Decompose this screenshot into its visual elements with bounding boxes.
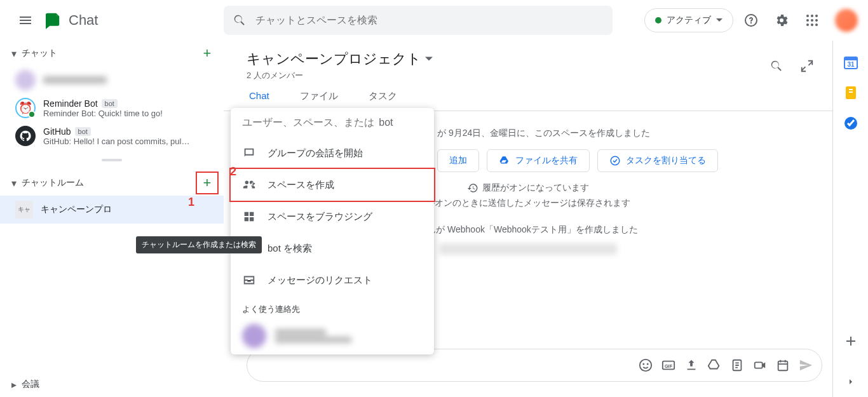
svg-point-2 bbox=[815, 15, 818, 17]
task-icon bbox=[609, 155, 621, 166]
caret-right-icon: ▸ bbox=[11, 379, 17, 391]
calendar-app-icon[interactable]: 31 bbox=[843, 55, 858, 70]
chat-item-reminder[interactable]: ⏰ Reminder Botbot Reminder Bot: Quick! t… bbox=[0, 94, 224, 122]
add-app-icon[interactable] bbox=[843, 333, 858, 349]
gif-icon[interactable]: GIF bbox=[661, 358, 675, 372]
svg-point-0 bbox=[806, 15, 809, 17]
user-avatar[interactable] bbox=[835, 9, 858, 32]
svg-point-4 bbox=[811, 19, 813, 22]
collapse-button[interactable] bbox=[794, 53, 820, 79]
new-room-tooltip: チャットルームを作成または検索 bbox=[136, 236, 262, 253]
contact-avatar bbox=[15, 70, 36, 90]
message-icon bbox=[242, 146, 256, 160]
svg-point-5 bbox=[815, 19, 818, 22]
search-conversation-button[interactable] bbox=[764, 53, 789, 79]
caret-down-icon bbox=[716, 17, 722, 24]
history-on-label: 履歴がオンになっています bbox=[482, 182, 589, 194]
chat-section-header[interactable]: ▾ チャット + bbox=[0, 41, 224, 66]
popup-search-input[interactable] bbox=[242, 117, 374, 128]
app-name: Chat bbox=[69, 12, 98, 29]
room-section-label: チャットルーム bbox=[22, 177, 196, 189]
help-button[interactable] bbox=[738, 8, 764, 33]
svg-point-10 bbox=[640, 360, 651, 371]
svg-point-3 bbox=[806, 19, 809, 22]
keep-app-icon[interactable] bbox=[843, 85, 858, 100]
popup-start-group[interactable]: グループの会話を開始 bbox=[231, 137, 434, 169]
chat-name: GitHub bbox=[43, 126, 71, 137]
emoji-icon[interactable] bbox=[639, 358, 653, 372]
chat-item-github[interactable]: GitHubbot GitHub: Hello! I can post comm… bbox=[0, 122, 224, 150]
menu-button[interactable] bbox=[10, 5, 41, 36]
blurred-content bbox=[439, 243, 617, 255]
popup-message-requests[interactable]: メッセージのリクエスト bbox=[231, 264, 434, 296]
conversation-title[interactable]: キャンペーンプロジェクト bbox=[247, 50, 421, 69]
github-bot-icon bbox=[15, 126, 36, 146]
reminder-bot-icon: ⏰ bbox=[15, 98, 36, 118]
doc-icon[interactable] bbox=[730, 358, 744, 372]
share-file-button[interactable]: ファイルを共有 bbox=[487, 149, 590, 172]
chevron-right-icon[interactable] bbox=[846, 377, 856, 387]
history-icon bbox=[467, 182, 478, 194]
drive-icon bbox=[499, 155, 510, 166]
search-box[interactable] bbox=[224, 6, 613, 35]
inbox-icon bbox=[242, 273, 256, 287]
svg-point-12 bbox=[647, 363, 649, 365]
svg-text:31: 31 bbox=[847, 61, 855, 68]
popup-browse-spaces[interactable]: スペースをブラウジング bbox=[231, 201, 434, 232]
svg-point-7 bbox=[811, 24, 813, 26]
caret-down-icon[interactable] bbox=[425, 55, 433, 63]
created-line: が 9月24日、金曜日に、このスペースを作成しました bbox=[437, 128, 650, 139]
search-input[interactable] bbox=[255, 15, 604, 26]
svg-rect-17 bbox=[778, 361, 788, 371]
space-name: キャンペーンプロ bbox=[41, 204, 112, 215]
svg-rect-19 bbox=[844, 57, 857, 60]
chat-section-label: チャット bbox=[22, 48, 196, 59]
space-avatar: キャ bbox=[15, 201, 33, 219]
freq-contact-item[interactable] bbox=[231, 318, 434, 354]
annotation-1: 1 bbox=[188, 196, 194, 209]
room-section-header[interactable]: ▾ チャットルーム + bbox=[0, 170, 224, 196]
grid-icon bbox=[242, 210, 256, 224]
svg-point-11 bbox=[642, 363, 644, 365]
chat-logo-icon bbox=[41, 9, 64, 32]
svg-point-1 bbox=[811, 15, 813, 17]
chat-preview: GitHub: Hello! I can post commits, pul… bbox=[43, 137, 214, 146]
bot-badge: bot bbox=[102, 99, 118, 108]
svg-point-9 bbox=[611, 156, 620, 165]
new-chat-button[interactable]: + bbox=[196, 42, 219, 65]
status-dot-icon bbox=[655, 17, 661, 24]
video-icon[interactable] bbox=[753, 358, 767, 372]
new-room-button[interactable]: + bbox=[196, 172, 219, 194]
freq-contacts-label: よく使う連絡先 bbox=[231, 296, 434, 318]
caret-down-icon: ▾ bbox=[11, 48, 17, 60]
assign-task-button[interactable]: タスクを割り当てる bbox=[597, 149, 718, 172]
svg-text:GIF: GIF bbox=[665, 363, 673, 369]
message-input[interactable] bbox=[256, 360, 639, 371]
member-count: 2 人のメンバー bbox=[247, 70, 817, 81]
chat-name: Reminder Bot bbox=[43, 98, 98, 109]
resize-handle[interactable] bbox=[0, 155, 224, 165]
meet-section-header[interactable]: ▸ 会議 bbox=[0, 372, 224, 397]
popup-create-space[interactable]: スペースを作成 bbox=[229, 168, 435, 202]
tasks-app-icon[interactable] bbox=[843, 116, 858, 131]
popup-search-row[interactable]: bot bbox=[231, 108, 434, 137]
add-member-button[interactable]: 追加 bbox=[437, 149, 479, 172]
caret-down-icon: ▾ bbox=[11, 177, 17, 189]
meet-section-label: 会議 bbox=[22, 379, 219, 390]
status-chip[interactable]: アクティブ bbox=[644, 8, 733, 32]
contact-avatar bbox=[242, 324, 266, 348]
chat-item[interactable] bbox=[0, 66, 224, 94]
send-icon[interactable] bbox=[799, 358, 813, 372]
search-icon bbox=[233, 13, 247, 27]
calendar-icon[interactable] bbox=[776, 358, 790, 372]
create-menu-popup: bot グループの会話を開始 スペースを作成 スペースをブラウジング bot を… bbox=[231, 108, 434, 354]
drive-icon[interactable] bbox=[707, 358, 721, 372]
apps-button[interactable] bbox=[799, 8, 825, 33]
upload-icon[interactable] bbox=[684, 358, 698, 372]
svg-point-8 bbox=[815, 24, 818, 26]
annotation-2: 2 bbox=[230, 165, 236, 178]
sidebar: ▾ チャット + ⏰ Reminder Botbot Reminder Bot:… bbox=[0, 41, 224, 397]
chat-preview: Reminder Bot: Quick! time to go! bbox=[43, 109, 214, 118]
status-label: アクティブ bbox=[667, 15, 711, 26]
settings-button[interactable] bbox=[769, 8, 794, 33]
